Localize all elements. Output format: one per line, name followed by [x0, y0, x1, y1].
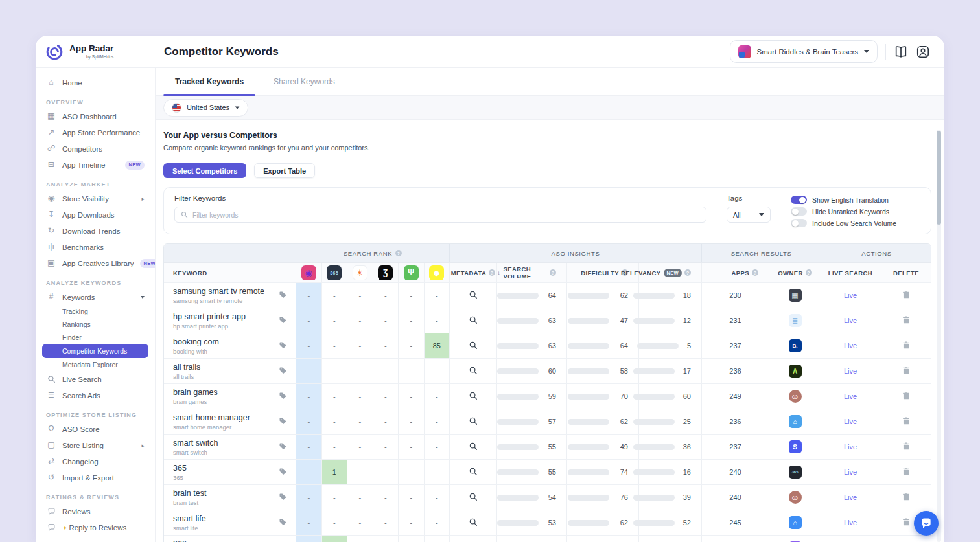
metadata-search-icon[interactable]: [469, 391, 478, 401]
tag-icon[interactable]: [279, 341, 286, 350]
sidebar-item-app-creatives-library[interactable]: ▣ App Creatives Library NEW: [42, 255, 148, 271]
tab-tracked-keywords[interactable]: Tracked Keywords: [163, 68, 255, 95]
sidebar-item-home[interactable]: ⌂ Home: [42, 74, 148, 91]
sidebar-item-tracking[interactable]: Tracking: [42, 305, 148, 318]
select-competitors-button[interactable]: Select Competitors: [163, 163, 246, 178]
toggle-hide-unranked-keywords[interactable]: Hide Unranked Keywords: [791, 207, 922, 216]
trash-icon[interactable]: [902, 366, 911, 376]
toggle-show-english-translation[interactable]: Show English Translation: [791, 196, 922, 204]
info-icon[interactable]: ?: [550, 269, 556, 276]
tag-icon[interactable]: [279, 493, 286, 502]
account-icon[interactable]: [916, 45, 930, 59]
sidebar-item-import-export[interactable]: ↺ Import & Export: [42, 469, 148, 486]
filter-keywords-input[interactable]: Filter keywords: [174, 207, 706, 223]
sidebar-item-download-trends[interactable]: ↻ Download Trends: [42, 223, 148, 239]
owner-app-icon-samsung-remote[interactable]: ▦: [789, 289, 802, 302]
live-search-link[interactable]: Live: [844, 317, 857, 324]
tab-shared-keywords[interactable]: Shared Keywords: [262, 68, 347, 95]
snapchat-app-icon[interactable]: ☻: [429, 265, 444, 280]
tag-icon[interactable]: [279, 392, 286, 401]
trash-icon[interactable]: [902, 442, 911, 452]
chat-fab-button[interactable]: [914, 511, 939, 536]
tags-select[interactable]: All: [727, 207, 771, 223]
owner-app-icon-smart-home[interactable]: ⌂: [789, 415, 802, 428]
sidebar-item-metadata-explorer[interactable]: Metadata Explorer: [42, 358, 148, 371]
tag-icon[interactable]: [279, 291, 286, 300]
tag-icon[interactable]: [279, 417, 286, 426]
export-table-button[interactable]: Export Table: [254, 163, 315, 178]
info-icon[interactable]: ?: [684, 269, 691, 276]
metadata-search-icon[interactable]: [469, 442, 478, 452]
tag-icon[interactable]: [279, 518, 286, 527]
live-search-link[interactable]: Live: [844, 418, 857, 425]
live-search-link[interactable]: Live: [844, 291, 857, 299]
toggle-switch[interactable]: [791, 207, 807, 216]
owner-app-icon-brain[interactable]: ω: [789, 491, 802, 504]
trash-icon[interactable]: [902, 517, 911, 528]
sidebar-item-benchmarks[interactable]: ı|ı Benchmarks: [42, 239, 148, 255]
owner-app-icon-smart-life[interactable]: ⌂: [789, 516, 802, 529]
sidebar-item-reviews[interactable]: Reviews: [42, 503, 148, 519]
sidebar-item-app-store-performance[interactable]: ↗ App Store Performance: [42, 124, 148, 141]
toggle-include-low-search-volume[interactable]: Include Low Search Volume: [791, 219, 922, 227]
owner-app-icon-app-365[interactable]: 365: [789, 466, 802, 479]
sidebar-item-live-search[interactable]: Live Search: [42, 371, 148, 387]
sidebar-item-finder[interactable]: Finder: [42, 331, 148, 344]
live-search-link[interactable]: Live: [844, 392, 857, 400]
sun-app-icon[interactable]: ☀: [353, 265, 368, 280]
tag-icon[interactable]: [279, 468, 286, 477]
info-icon[interactable]: ?: [395, 250, 402, 256]
country-selector[interactable]: United States: [163, 99, 248, 117]
scrollbar-track[interactable]: [937, 130, 941, 542]
tag-icon[interactable]: [279, 367, 286, 376]
sidebar-item-reply-to-reviews[interactable]: ✦Reply to Reviews: [42, 519, 148, 536]
trash-icon[interactable]: [902, 341, 911, 351]
owner-app-icon-smart-switch[interactable]: S: [789, 440, 802, 453]
toggle-switch[interactable]: [791, 219, 807, 227]
metadata-search-icon[interactable]: [469, 492, 478, 502]
book-icon[interactable]: [894, 45, 908, 59]
metadata-search-icon[interactable]: [469, 467, 478, 477]
trash-icon[interactable]: [902, 391, 911, 401]
metadata-search-icon[interactable]: [469, 366, 478, 376]
app-selector[interactable]: Smart Riddles & Brain Teasers: [730, 40, 878, 63]
sidebar-item-search-ads[interactable]: ≣ Search Ads: [42, 387, 148, 403]
scrollbar-thumb[interactable]: [937, 131, 941, 225]
owner-app-icon-hp-printer[interactable]: ≣: [789, 314, 802, 327]
tag-icon[interactable]: [279, 316, 286, 325]
toggle-switch[interactable]: [791, 196, 807, 204]
metadata-search-icon[interactable]: [469, 315, 478, 326]
sidebar-item-aso-dashboard[interactable]: ▦ ASO Dashboard: [42, 108, 148, 124]
info-icon[interactable]: ?: [489, 269, 495, 276]
sidebar-item-rankings[interactable]: Rankings: [42, 318, 148, 331]
app-360-icon[interactable]: Ʒ: [378, 265, 393, 280]
info-icon[interactable]: ?: [752, 269, 758, 276]
live-search-link[interactable]: Live: [844, 493, 857, 501]
owner-app-icon-booking[interactable]: B.: [789, 339, 802, 352]
live-search-link[interactable]: Live: [844, 519, 857, 526]
sidebar-item-app-timeline[interactable]: ⊟ App Timeline NEW: [42, 157, 148, 173]
owner-app-icon-alltrails[interactable]: A: [789, 365, 802, 378]
sidebar-item-app-downloads[interactable]: ↧ App Downloads: [42, 207, 148, 223]
app-365-icon[interactable]: 365: [327, 265, 342, 280]
trash-icon[interactable]: [902, 492, 911, 502]
tag-icon[interactable]: [279, 442, 286, 451]
metadata-search-icon[interactable]: [469, 416, 478, 427]
metadata-search-icon[interactable]: [469, 290, 478, 300]
sidebar-item-changelog[interactable]: ⇄ Changelog: [42, 453, 148, 469]
sidebar-item-competitor-keywords[interactable]: Competitor Keywords: [42, 344, 148, 358]
live-search-link[interactable]: Live: [844, 342, 857, 350]
trash-icon[interactable]: [902, 416, 911, 427]
live-search-link[interactable]: Live: [844, 443, 857, 451]
owner-app-icon-brain[interactable]: ω: [789, 390, 802, 403]
sidebar-item-keywords[interactable]: # Keywords: [42, 289, 148, 305]
trash-icon[interactable]: [902, 467, 911, 477]
deer-app-icon[interactable]: Ψ: [404, 265, 419, 280]
metadata-search-icon[interactable]: [469, 341, 478, 351]
trash-icon[interactable]: [902, 290, 911, 300]
metadata-search-icon[interactable]: [469, 517, 478, 528]
sidebar-item-competitors[interactable]: ☍ Competitors: [42, 141, 148, 157]
info-icon[interactable]: ?: [806, 269, 812, 276]
smart-riddles-app-icon[interactable]: ◉: [301, 265, 316, 280]
trash-icon[interactable]: [902, 315, 911, 326]
